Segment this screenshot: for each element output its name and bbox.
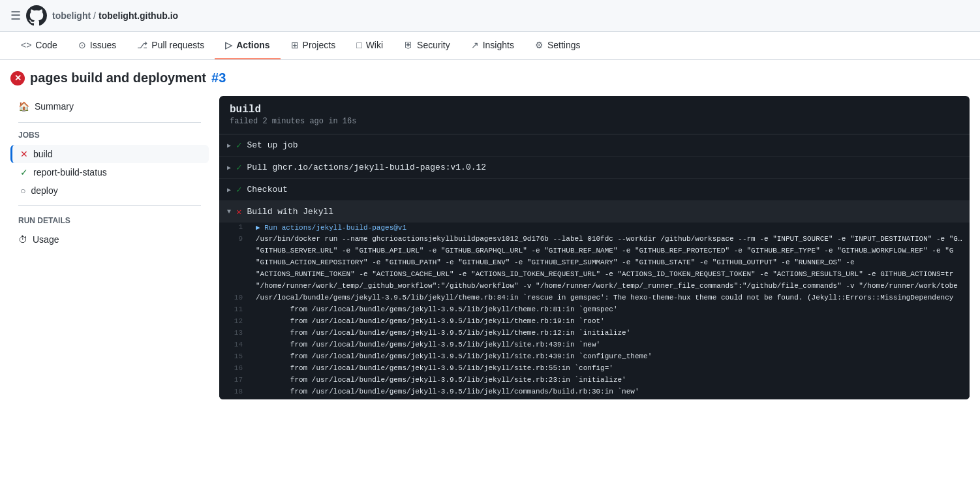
line-content: "GITHUB_ACTION_REPOSITORY" -e "GITHUB_PA… [251, 258, 860, 270]
line-number: 9 [219, 234, 251, 246]
step-name-checkout: Checkout [247, 185, 287, 194]
nav-item-wiki[interactable]: □ Wiki [346, 32, 393, 59]
sidebar-summary-item[interactable]: 🏠 Summary [10, 96, 209, 117]
nav-label-security: Security [417, 40, 450, 50]
log-panel: build failed 2 minutes ago in 16s ▶ ✓ Se… [219, 96, 970, 399]
line-content: from /usr/local/bundle/gems/jekyll-3.9.5… [251, 364, 619, 375]
nav-label-code: Code [35, 40, 57, 50]
step-status-icon-checkout: ✓ [236, 184, 241, 195]
code-icon: <> [21, 40, 31, 50]
chevron-right-icon-2: ▶ [227, 164, 231, 172]
nav-label-actions: Actions [236, 40, 269, 50]
sidebar-divider-2 [18, 205, 201, 206]
github-logo [26, 5, 47, 26]
line-number: 17 [219, 375, 251, 387]
repo-link[interactable]: tobelight.github.io [99, 10, 178, 21]
log-line[interactable]: 16 from /usr/local/bundle/gems/jekyll-3.… [219, 364, 970, 375]
usage-label: Usage [33, 234, 59, 245]
chevron-right-icon: ▶ [227, 142, 231, 149]
actions-icon: ▷ [225, 40, 232, 50]
log-line[interactable]: 13 from /usr/local/bundle/gems/jekyll-3.… [219, 328, 970, 340]
log-build-meta: failed 2 minutes ago in 16s [230, 117, 959, 126]
log-header: build failed 2 minutes ago in 16s [219, 96, 970, 134]
log-line[interactable]: 17 from /usr/local/bundle/gems/jekyll-3.… [219, 375, 970, 387]
username-link[interactable]: tobelight [52, 10, 91, 21]
nav-item-issues[interactable]: ⊙ Issues [68, 32, 127, 59]
summary-label: Summary [35, 101, 74, 112]
job-item-deploy[interactable]: ○ deploy [10, 181, 209, 200]
nav-item-projects[interactable]: ⊞ Projects [281, 32, 346, 59]
log-line[interactable]: "/home/runner/work/_temp/_github_workflo… [219, 281, 970, 293]
line-content: from /usr/local/bundle/gems/jekyll-3.9.5… [251, 305, 623, 317]
log-line[interactable]: "GITHUB_SERVER_URL" -e "GITHUB_API_URL" … [219, 246, 970, 258]
usage-item[interactable]: ⏱ Usage [10, 230, 209, 249]
log-line[interactable]: 14 from /usr/local/bundle/gems/jekyll-3.… [219, 340, 970, 352]
nav-item-code[interactable]: <> Code [10, 32, 68, 59]
breadcrumb-separator: / [93, 10, 96, 21]
run-details-label: Run details [10, 213, 209, 228]
line-content: from /usr/local/bundle/gems/jekyll-3.9.5… [251, 375, 632, 387]
step-name-setup: Set up job [247, 140, 298, 150]
line-content: /usr/bin/docker run --name ghcrioactions… [251, 234, 968, 246]
step-status-icon-pull: ✓ [236, 162, 241, 173]
report-status-icon: ✓ [20, 167, 28, 178]
log-line[interactable]: 9 /usr/bin/docker run --name ghcrioactio… [219, 234, 970, 246]
hamburger-icon[interactable]: ☰ [10, 8, 21, 23]
breadcrumb: tobelight / tobelight.github.io [52, 10, 178, 21]
job-item-build[interactable]: ✕ build [10, 145, 209, 163]
nav-item-settings[interactable]: ⚙ Settings [525, 32, 591, 59]
step-header-setup-job[interactable]: ▶ ✓ Set up job [219, 134, 970, 156]
line-number: 11 [219, 305, 251, 317]
log-line[interactable]: 15 from /usr/local/bundle/gems/jekyll-3.… [219, 352, 970, 364]
line-content: "/home/runner/work/_temp/_github_workflo… [251, 281, 963, 293]
nav-label-projects: Projects [303, 40, 336, 50]
sidebar: 🏠 Summary Jobs ✕ build ✓ report-build-st… [10, 96, 219, 399]
log-line[interactable]: 11 from /usr/local/bundle/gems/jekyll-3.… [219, 305, 970, 317]
step-header-checkout[interactable]: ▶ ✓ Checkout [219, 179, 970, 200]
log-lines: 1 ▶ Run actions/jekyll-build-pages@v1 9 … [219, 223, 970, 399]
step-name-build: Build with Jekyll [247, 207, 333, 217]
log-line[interactable]: 12 from /usr/local/bundle/gems/jekyll-3.… [219, 317, 970, 328]
repo-nav: <> Code ⊙ Issues ⎇ Pull requests ▷ Actio… [0, 32, 980, 60]
line-number [219, 281, 251, 293]
jobs-section-label: Jobs [10, 128, 209, 142]
nav-item-insights[interactable]: ↗ Insights [461, 32, 525, 59]
chevron-down-icon: ▼ [227, 208, 231, 215]
nav-label-settings: Settings [547, 40, 581, 50]
line-content: "ACTIONS_RUNTIME_TOKEN" -e "ACTIONS_CACH… [251, 270, 958, 281]
projects-icon: ⊞ [291, 40, 299, 50]
status-error-icon: ✕ [10, 71, 25, 85]
summary-house-icon: 🏠 [18, 101, 29, 112]
line-number: 10 [219, 293, 251, 305]
step-header-pull-jekyll[interactable]: ▶ ✓ Pull ghcr.io/actions/jekyll-build-pa… [219, 157, 970, 178]
line-content: from /usr/local/bundle/gems/jekyll-3.9.5… [251, 352, 657, 364]
security-icon: ⛨ [404, 40, 413, 50]
step-name-pull: Pull ghcr.io/actions/jekyll-build-pages:… [247, 163, 486, 172]
sidebar-divider [18, 122, 201, 123]
nav-item-pull-requests[interactable]: ⎇ Pull requests [127, 32, 215, 59]
line-content: /usr/local/bundle/gems/jekyll-3.9.5/lib/… [251, 293, 958, 305]
line-content: from /usr/local/bundle/gems/jekyll-3.9.5… [251, 317, 610, 328]
usage-icon: ⏱ [18, 234, 27, 245]
step-header-build-jekyll[interactable]: ▼ ✕ Build with Jekyll [219, 201, 970, 223]
line-number [219, 270, 251, 281]
nav-item-security[interactable]: ⛨ Security [393, 32, 461, 59]
chevron-right-icon-3: ▶ [227, 186, 231, 194]
step-build-jekyll: ▼ ✕ Build with Jekyll 1 ▶ Run actions/je… [219, 201, 970, 399]
nav-item-actions[interactable]: ▷ Actions [215, 32, 280, 59]
line-number: 12 [219, 317, 251, 328]
log-line[interactable]: 18 from /usr/local/bundle/gems/jekyll-3.… [219, 387, 970, 399]
issues-icon: ⊙ [78, 40, 86, 50]
step-setup-job: ▶ ✓ Set up job [219, 134, 970, 157]
log-line[interactable]: 1 ▶ Run actions/jekyll-build-pages@v1 [219, 223, 970, 234]
step-checkout: ▶ ✓ Checkout [219, 179, 970, 201]
job-label-deploy: deploy [31, 185, 57, 196]
line-number [219, 246, 251, 258]
line-number [219, 258, 251, 270]
log-line[interactable]: "GITHUB_ACTION_REPOSITORY" -e "GITHUB_PA… [219, 258, 970, 270]
job-item-report-build-status[interactable]: ✓ report-build-status [10, 163, 209, 181]
line-number: 15 [219, 352, 251, 364]
log-line[interactable]: "ACTIONS_RUNTIME_TOKEN" -e "ACTIONS_CACH… [219, 270, 970, 281]
log-line[interactable]: 10 /usr/local/bundle/gems/jekyll-3.9.5/l… [219, 293, 970, 305]
log-build-title: build [230, 104, 959, 116]
